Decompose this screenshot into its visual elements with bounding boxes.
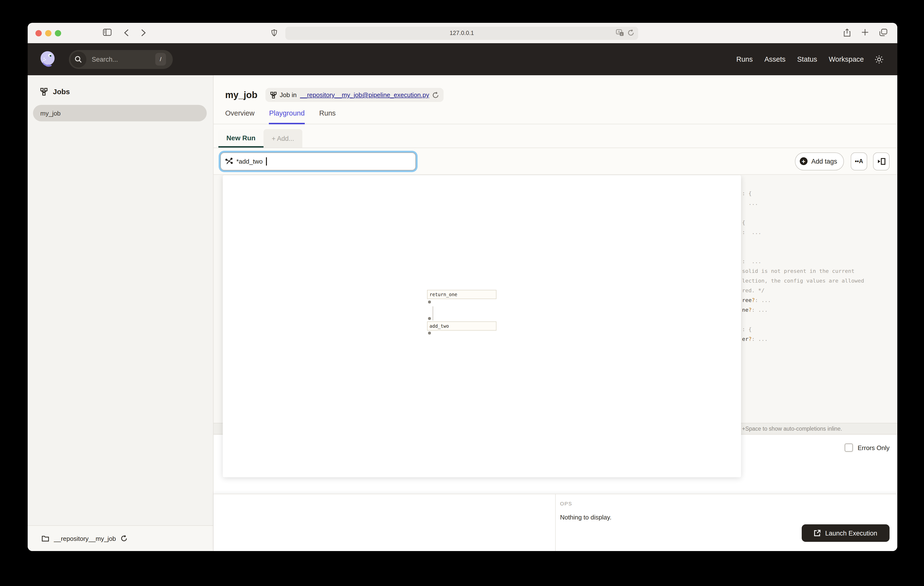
search-shortcut-badge: /	[155, 53, 166, 66]
config-line: ...	[742, 199, 897, 208]
job-icon	[270, 91, 276, 98]
op-selector-row: *add_two + Add tags ••A	[213, 148, 897, 175]
add-run-tab-button[interactable]: + Add...	[264, 129, 302, 147]
nav-assets[interactable]: Assets	[764, 55, 785, 63]
config-line: {	[742, 218, 897, 228]
config-line	[742, 247, 897, 257]
browser-window: 127.0.0.1 Ax	[28, 23, 897, 551]
op-selector-dropdown-panel: return_one add_two	[223, 175, 741, 477]
config-line	[742, 208, 897, 218]
tab-overview[interactable]: Overview	[225, 109, 254, 124]
back-icon[interactable]	[124, 29, 129, 36]
url-bar[interactable]: 127.0.0.1 Ax	[285, 26, 638, 40]
badge-reload-icon[interactable]	[432, 91, 439, 98]
config-line: : ...	[742, 257, 897, 267]
repository-link[interactable]: __repository__my_job@pipeline_execution.…	[300, 91, 429, 99]
launch-execution-button[interactable]: Launch Execution	[802, 524, 889, 542]
op-selector-input[interactable]: *add_two	[220, 152, 416, 170]
text-cursor	[266, 157, 267, 165]
reload-icon[interactable]	[627, 29, 634, 36]
search-placeholder: Search...	[92, 56, 118, 63]
sidebar-item-my-job[interactable]: my_job	[33, 105, 207, 121]
panel-divider	[555, 494, 556, 551]
sidebar-toggle-icon[interactable]	[103, 29, 112, 36]
graph-node-return-one[interactable]: return_one	[427, 290, 497, 299]
bottom-panel: OPS Nothing to display. Launch Execution	[213, 494, 897, 551]
add-tags-button[interactable]: + Add tags	[795, 152, 844, 170]
app-header: Search... / Runs Assets Status Workspace	[28, 43, 897, 75]
errors-only-label: Errors Only	[858, 444, 889, 451]
repository-reload-icon[interactable]	[121, 535, 127, 542]
sidebar-title: Jobs	[53, 88, 70, 96]
config-split-area: : { ...{: ...: ...solid is not present i…	[213, 175, 897, 494]
jobs-icon	[40, 88, 48, 95]
config-line: lection, the config values are allowed	[742, 276, 897, 286]
zoom-window-button[interactable]	[55, 30, 61, 36]
config-line: er?: ...	[742, 334, 897, 344]
play-panel-icon	[877, 157, 885, 165]
screen: 127.0.0.1 Ax	[0, 0, 924, 586]
op-graph-icon	[225, 157, 233, 165]
tab-new-run[interactable]: New Run	[218, 129, 264, 147]
launch-execution-label: Launch Execution	[825, 530, 878, 537]
dagster-logo[interactable]	[38, 50, 57, 68]
privacy-shield-icon[interactable]	[271, 29, 277, 36]
job-badge-prefix: Job in	[280, 91, 297, 99]
forward-icon[interactable]	[141, 29, 145, 36]
autocomplete-config-button[interactable]: ••A	[851, 152, 867, 170]
output-dot	[428, 332, 431, 334]
translate-icon[interactable]: Ax	[616, 29, 624, 36]
page-tabs: Overview Playground Runs	[213, 109, 897, 124]
url-text: 127.0.0.1	[450, 30, 474, 36]
config-editor[interactable]: : { ...{: ...: ...solid is not present i…	[742, 189, 897, 344]
repository-footer: __repository__my_job	[28, 525, 213, 551]
autocomplete-icon: ••A	[855, 158, 863, 165]
add-tags-label: Add tags	[811, 157, 837, 165]
close-window-button[interactable]	[35, 30, 42, 36]
nav-workspace[interactable]: Workspace	[828, 55, 864, 63]
config-line: : ...	[742, 228, 897, 237]
graph-node-add-two[interactable]: add_two	[427, 321, 497, 331]
run-tab-strip: New Run + Add...	[213, 130, 897, 148]
jobs-sidebar: Jobs my_job __repository__my_job	[28, 75, 213, 551]
plus-circle-icon: +	[800, 157, 807, 165]
external-link-icon	[814, 530, 821, 536]
config-line: ree?: ...	[742, 296, 897, 305]
sidebar-item-label: my_job	[40, 109, 61, 117]
config-line: ne?: ...	[742, 305, 897, 315]
share-icon[interactable]	[843, 29, 851, 37]
repository-name: __repository__my_job	[54, 535, 116, 542]
nav-status[interactable]: Status	[797, 55, 817, 63]
search-icon	[70, 51, 86, 67]
tab-playground[interactable]: Playground	[269, 109, 305, 124]
errors-only-checkbox[interactable]	[845, 443, 853, 452]
tab-overview-icon[interactable]	[879, 29, 888, 37]
ops-header: OPS	[560, 500, 612, 507]
input-dot	[428, 317, 431, 320]
search-input[interactable]: Search... /	[69, 50, 173, 69]
config-line	[742, 315, 897, 325]
ops-empty-message: Nothing to display.	[560, 514, 612, 521]
help-bar-text: +Space to show auto-completions inline.	[742, 426, 842, 432]
expand-panel-button[interactable]	[873, 152, 889, 170]
ops-section: OPS Nothing to display.	[560, 500, 612, 521]
tab-runs[interactable]: Runs	[319, 109, 336, 124]
nav-runs[interactable]: Runs	[736, 55, 753, 63]
main-content: my_job Job in __repository__my_job@pipel…	[213, 75, 897, 551]
browser-toolbar: 127.0.0.1 Ax	[28, 23, 897, 43]
op-selector-value: *add_two	[236, 157, 262, 165]
page-title: my_job	[225, 89, 257, 100]
config-line: solid is not present in the current	[742, 267, 897, 276]
gear-icon[interactable]	[874, 55, 884, 64]
svg-text:x: x	[621, 32, 622, 36]
config-line: red. */	[742, 286, 897, 296]
edge-line	[432, 306, 433, 320]
config-line: : {	[742, 189, 897, 199]
minimize-window-button[interactable]	[45, 30, 51, 36]
app-nav: Runs Assets Status Workspace	[736, 55, 864, 63]
folder-icon	[42, 535, 49, 541]
job-location-badge: Job in __repository__my_job@pipeline_exe…	[265, 88, 444, 102]
output-dot	[428, 301, 431, 303]
new-tab-icon[interactable]	[861, 29, 869, 37]
config-line: : {	[742, 325, 897, 334]
